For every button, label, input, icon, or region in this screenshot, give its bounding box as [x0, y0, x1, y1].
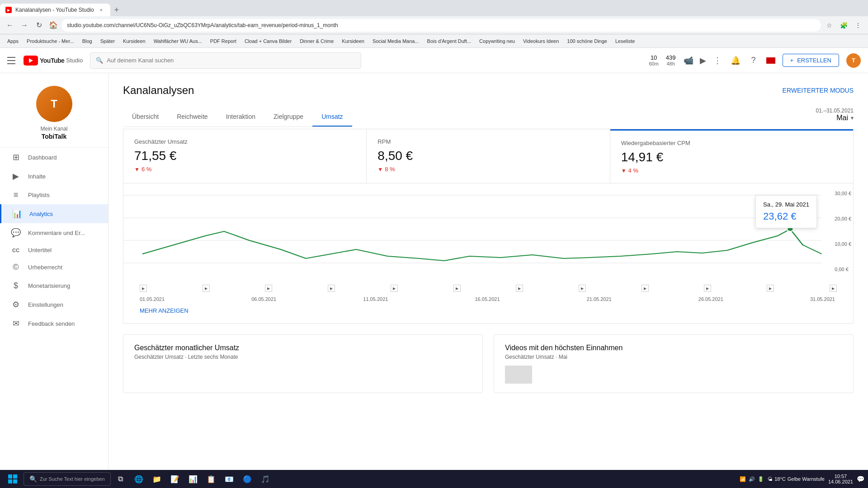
- help-icon[interactable]: ?: [748, 55, 759, 66]
- menu-button[interactable]: ⋮: [852, 19, 864, 32]
- taskbar-word[interactable]: 📝: [167, 471, 183, 487]
- advanced-mode-button[interactable]: ERWEITERTER MODUS: [783, 87, 854, 94]
- sidebar-item-inhalte[interactable]: ▶ Inhalte: [0, 167, 108, 186]
- extensions-button[interactable]: 🧩: [837, 19, 850, 32]
- sidebar-item-analytics[interactable]: 📊 Analytics: [0, 204, 108, 223]
- date-label: Mai: [836, 114, 848, 122]
- address-input[interactable]: [61, 19, 821, 32]
- chart-play-icon[interactable]: ▶: [767, 285, 774, 292]
- bookmark-item[interactable]: Dinner & Crime: [296, 37, 337, 45]
- sidebar-item-monetarisierung[interactable]: $ Monetarisierung: [0, 277, 108, 295]
- chevron-down-icon: ▾: [851, 115, 854, 121]
- back-button[interactable]: ←: [4, 19, 16, 32]
- playlists-icon: ≡: [11, 190, 21, 200]
- y-label-20: 20,00 €: [835, 216, 851, 221]
- metric-change-value-umsatz: 6 %: [142, 166, 151, 173]
- tab-reichweite[interactable]: Reichweite: [168, 108, 217, 127]
- refresh-button[interactable]: ↻: [33, 19, 45, 32]
- create-button[interactable]: + ERSTELLEN: [783, 54, 839, 67]
- taskbar-date: 14.06.2021: [828, 479, 853, 484]
- bookmark-item[interactable]: 100 schöne Dinge: [563, 37, 611, 45]
- metric-card-cpm[interactable]: Wiedergabebasierter CPM 14,91 € ▼ 4 %: [610, 129, 853, 183]
- bookmark-item[interactable]: Blog: [79, 37, 96, 45]
- chart-play-icon[interactable]: ▶: [265, 285, 272, 292]
- live-icon[interactable]: ▶: [698, 55, 708, 66]
- taskbar-search-text: Zur Suche Text hier eingeben: [40, 476, 105, 482]
- chart-play-icon[interactable]: ▶: [830, 285, 837, 292]
- explorer-icon: 📁: [152, 475, 161, 483]
- sidebar-item-dashboard[interactable]: ⊞ Dashboard: [0, 148, 108, 167]
- taskbar-explorer[interactable]: 📁: [149, 471, 165, 487]
- tab-zielgruppe[interactable]: Zielgruppe: [264, 108, 312, 127]
- chart-play-icon[interactable]: ▶: [203, 285, 210, 292]
- chart-play-icon[interactable]: ▶: [391, 285, 398, 292]
- date-dropdown[interactable]: Mai ▾: [836, 114, 854, 122]
- sidebar-item-feedback[interactable]: ✉ Feedback senden: [0, 314, 108, 333]
- status-num-1: 10: [651, 54, 657, 61]
- bookmark-item[interactable]: PDF Report: [207, 37, 240, 45]
- chart-play-icon[interactable]: ▶: [453, 285, 461, 292]
- bookmark-item[interactable]: Produktsuche - Mer...: [23, 37, 78, 45]
- taskbar-task-view[interactable]: ⧉: [113, 471, 129, 487]
- metric-card-umsatz[interactable]: Geschätzter Umsatz 71,55 € ▼ 6 %: [123, 129, 367, 183]
- sidebar-item-untertitel[interactable]: CC Untertitel: [0, 242, 108, 258]
- bookmark-item[interactable]: Später: [97, 37, 118, 45]
- chart-play-icon[interactable]: ▶: [642, 285, 649, 292]
- taskbar-chrome[interactable]: 🔵: [239, 471, 255, 487]
- chart-play-icon[interactable]: ▶: [579, 285, 586, 292]
- notifications-icon[interactable]: 🔔: [730, 55, 741, 66]
- chart-play-icon[interactable]: ▶: [704, 285, 711, 292]
- notification-center-icon[interactable]: 💬: [857, 475, 864, 483]
- browser-tab-active[interactable]: ▶ Kanalanalysen - YouTube Studio ×: [0, 4, 110, 16]
- new-tab-button[interactable]: +: [110, 4, 123, 16]
- svg-rect-5: [13, 474, 17, 479]
- untertitel-icon: CC: [11, 248, 21, 253]
- bookmark-item[interactable]: Social Media Mana...: [369, 37, 423, 45]
- tab-umsatz[interactable]: Umsatz: [312, 108, 352, 127]
- tab-interaktion[interactable]: Interaktion: [217, 108, 264, 127]
- bookmark-item[interactable]: Kursideen: [119, 37, 149, 45]
- hamburger-menu[interactable]: [7, 55, 18, 66]
- taskbar-app5[interactable]: 📧: [221, 471, 237, 487]
- bookmark-item[interactable]: Cload + Canva Bilder: [241, 37, 295, 45]
- start-button[interactable]: [4, 471, 22, 487]
- sidebar-item-playlists[interactable]: ≡ Playlists: [0, 186, 108, 204]
- taskbar-app7[interactable]: 🎵: [257, 471, 274, 487]
- search-input[interactable]: [107, 57, 355, 64]
- bookmark-button[interactable]: ☆: [823, 19, 835, 32]
- tab-close-button[interactable]: ×: [98, 6, 105, 14]
- taskbar-edge[interactable]: 🌐: [131, 471, 147, 487]
- home-button[interactable]: 🏠: [47, 19, 60, 32]
- yt-logo[interactable]: YouTube Studio: [24, 56, 83, 66]
- user-avatar[interactable]: T: [846, 53, 861, 68]
- bookmark-item[interactable]: Copywriting neu: [476, 37, 519, 45]
- taskbar-time-date[interactable]: 10:57 14.06.2021: [828, 474, 853, 484]
- bookmark-item[interactable]: Kursideen: [338, 37, 368, 45]
- sidebar-item-einstellungen[interactable]: ⚙ Einstellungen: [0, 295, 108, 314]
- chart-play-icon[interactable]: ▶: [516, 285, 523, 292]
- taskbar-powerpoint[interactable]: 📋: [203, 471, 219, 487]
- sidebar-item-kommentare[interactable]: 💬 Kommentare und Er...: [0, 223, 108, 242]
- taskbar-excel[interactable]: 📊: [185, 471, 201, 487]
- bookmark-item[interactable]: Videokurs Ideen: [519, 37, 562, 45]
- bookmarks-bar: AppsProduktsuche - Mer...BlogSpäterKursi…: [0, 34, 868, 48]
- video-upload-icon[interactable]: 📹: [683, 55, 694, 66]
- bookmark-item[interactable]: Leseliste: [612, 37, 638, 45]
- sidebar-channel: T Mein Kanal TobiTalk: [0, 80, 108, 148]
- flag-icon: [766, 57, 775, 64]
- sidebar-item-urheberrecht[interactable]: © Urheberrecht: [0, 258, 108, 277]
- metric-change-value-rpm: 8 %: [385, 166, 395, 173]
- bookmark-item[interactable]: Bois d'Argent Duft...: [424, 37, 475, 45]
- tab-ubersicht[interactable]: Übersicht: [123, 108, 168, 127]
- mehr-anzeigen-button[interactable]: MEHR ANZEIGEN: [123, 302, 205, 319]
- bookmark-item[interactable]: Apps: [4, 37, 22, 45]
- metric-card-rpm[interactable]: RPM 8,50 € ▼ 8 %: [367, 129, 610, 183]
- sidebar-label-dashboard: Dashboard: [28, 154, 57, 161]
- more-options-icon[interactable]: ⋮: [712, 55, 723, 66]
- chart-play-icon[interactable]: ▶: [328, 285, 335, 292]
- taskbar-search[interactable]: 🔍 Zur Suche Text hier eingeben: [24, 472, 111, 486]
- search-bar[interactable]: 🔍: [90, 52, 361, 69]
- forward-button[interactable]: →: [18, 19, 31, 32]
- bookmark-item[interactable]: Wahlfächer WU Aus...: [150, 37, 206, 45]
- chart-play-icon[interactable]: ▶: [140, 285, 147, 292]
